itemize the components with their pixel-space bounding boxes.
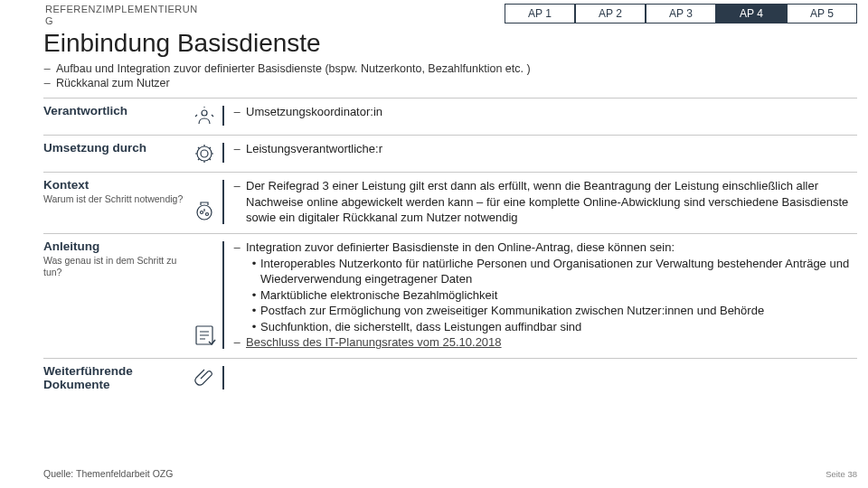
svg-point-1 [201, 150, 208, 157]
content-kontext: Der Reifegrad 3 einer Leistung gilt erst… [246, 178, 857, 226]
flask-icon [186, 178, 222, 226]
tab-ap3[interactable]: AP 3 [646, 4, 716, 23]
anleitung-bullet-2: Marktübliche elektronische Bezahlmöglich… [260, 287, 497, 304]
anleitung-bullet-3: Postfach zur Ermöglichung von zweiseitig… [260, 303, 764, 319]
footer-page: Seite 38 [826, 469, 857, 479]
tab-ap5[interactable]: AP 5 [787, 4, 857, 23]
sublabel-anleitung: Was genau ist in dem Schritt zu tun? [43, 255, 186, 277]
content-verantwortlich: Umsetzungskoordinator:in [246, 104, 857, 120]
tab-ap1[interactable]: AP 1 [505, 4, 575, 23]
reference-label: REFERENZIMPLEMENTIERUNG [45, 4, 199, 27]
anleitung-lead: Integration zuvor definierter Basisdiens… [246, 239, 857, 256]
anleitung-link[interactable]: Beschluss des IT-Planungsrates vom 25.10… [246, 335, 502, 349]
checklist-icon [186, 239, 222, 351]
label-anleitung: Anleitung [43, 239, 186, 253]
row-umsetzung: Umsetzung durch ‒Leistungsverantwortlich… [43, 135, 857, 172]
row-kontext: Kontext Warum ist der Schritt notwendig?… [43, 172, 857, 233]
ap-tabs: AP 1 AP 2 AP 3 AP 4 AP 5 [505, 4, 857, 23]
footer-source: Quelle: Themenfeldarbeit OZG [43, 468, 173, 479]
svg-point-5 [206, 213, 209, 216]
anleitung-bullet-4: Suchfunktion, die sicherstellt, dass Lei… [260, 319, 581, 335]
label-kontext: Kontext [43, 178, 186, 192]
tab-ap4[interactable]: AP 4 [716, 4, 787, 23]
intro-line-1: Aufbau und Integration zuvor definierter… [56, 62, 531, 75]
anleitung-bullet-1: Interoperables Nutzerkonto für natürlich… [260, 256, 857, 287]
intro-block: ‒Aufbau und Integration zuvor definierte… [0, 61, 868, 98]
row-verantwortlich: Verantwortlich ‒Umsetzungskoordinator:in [43, 98, 857, 135]
svg-point-0 [202, 110, 207, 116]
intro-line-2: Rückkanal zum Nutzer [56, 77, 170, 89]
label-verantwortlich: Verantwortlich [43, 104, 186, 117]
person-icon [186, 104, 222, 127]
tab-ap2[interactable]: AP 2 [575, 4, 646, 23]
paperclip-icon [186, 364, 222, 391]
row-anleitung: Anleitung Was genau ist in dem Schritt z… [43, 233, 857, 358]
gear-person-icon [186, 141, 222, 164]
content-umsetzung: Leistungsverantwortliche:r [246, 141, 857, 157]
svg-point-4 [201, 211, 203, 214]
svg-point-3 [197, 205, 212, 220]
row-docs: Weiterführende Dokumente [43, 358, 857, 399]
page-title: Einbindung Basisdienste [0, 27, 868, 61]
label-umsetzung: Umsetzung durch [43, 141, 186, 155]
label-docs: Weiterführende Dokumente [43, 364, 186, 391]
sublabel-kontext: Warum ist der Schritt notwendig? [43, 193, 186, 205]
